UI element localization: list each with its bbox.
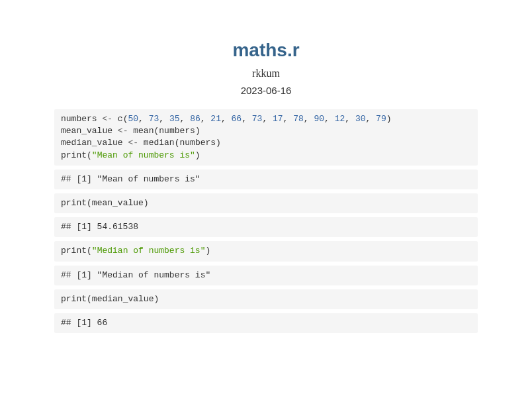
code-block-1: numbers <- c(50, 73, 35, 86, 21, 66, 73,… [54, 109, 478, 166]
code-num: 79 [376, 114, 386, 124]
code-num: 17 [273, 114, 283, 124]
code-op: <- [128, 138, 138, 148]
output-block-1: ## [1] "Mean of numbers is" [54, 170, 478, 189]
code-var: median_value [61, 138, 123, 148]
output-block-3: ## [1] "Median of numbers is" [54, 266, 478, 285]
code-var: mean_value [92, 198, 144, 208]
code-num: 66 [232, 114, 242, 124]
code-fn: c [118, 114, 123, 124]
code-num: 90 [314, 114, 324, 124]
code-fn: median [144, 138, 175, 148]
code-num: 73 [252, 114, 263, 124]
code-block-4: print(median_value) [54, 289, 478, 309]
code-fn: print [61, 198, 87, 208]
output-block-4: ## [1] 66 [54, 313, 478, 333]
code-str: "Mean of numbers is" [92, 150, 195, 160]
code-str: "Median of numbers is" [92, 246, 206, 256]
date-line: 2023-06-16 [54, 85, 478, 96]
document-container: maths.r rkkum 2023-06-16 numbers <- c(50… [41, 0, 491, 357]
code-var: numbers [179, 138, 216, 148]
code-num: 73 [149, 114, 159, 124]
page-title: maths.r [54, 40, 478, 61]
code-num: 50 [128, 114, 138, 124]
code-block-2: print(mean_value) [54, 193, 478, 213]
code-fn: print [61, 294, 87, 304]
code-fn: print [61, 150, 87, 160]
code-num: 86 [190, 114, 200, 124]
code-num: 78 [293, 114, 304, 124]
output-block-2: ## [1] 54.61538 [54, 217, 478, 237]
code-var: median_value [92, 294, 154, 304]
code-var: numbers [61, 114, 97, 124]
code-var: numbers [159, 126, 195, 136]
code-num: 12 [335, 114, 345, 124]
code-num: 21 [210, 114, 221, 124]
code-block-3: print("Median of numbers is") [54, 241, 478, 261]
code-num: 30 [355, 114, 366, 124]
code-op: <- [102, 114, 112, 124]
code-fn: mean [133, 126, 154, 136]
code-var: mean_value [61, 126, 112, 136]
code-num: 35 [169, 114, 180, 124]
code-op: <- [118, 126, 128, 136]
code-fn: print [61, 246, 87, 256]
author-line: rkkum [54, 68, 478, 79]
